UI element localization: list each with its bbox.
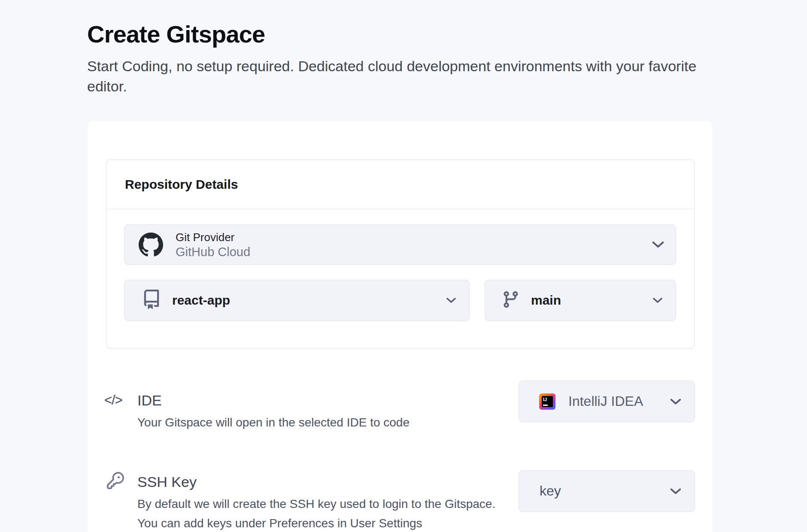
ide-label: IDE xyxy=(137,392,162,409)
repository-value: react-app xyxy=(172,293,230,308)
chevron-down-icon xyxy=(670,398,682,405)
git-provider-texts: Git Provider GitHub Cloud xyxy=(176,230,250,259)
ide-description: Your Gitspace will open in the selected … xyxy=(137,413,410,432)
key-icon xyxy=(107,472,124,491)
ssh-key-description-line1: By default we will create the SSH key us… xyxy=(137,494,495,514)
branch-value: main xyxy=(531,293,561,308)
chevron-down-icon xyxy=(446,297,456,303)
intellij-inner-square: IJ xyxy=(542,396,553,407)
ssh-key-label: SSH Key xyxy=(137,473,197,490)
intellij-idea-icon: IJ xyxy=(539,393,555,410)
git-provider-select[interactable]: Git Provider GitHub Cloud xyxy=(124,224,676,265)
ide-value: IntelliJ IDEA xyxy=(568,393,643,409)
ssh-key-value: key xyxy=(540,483,561,499)
chevron-down-icon xyxy=(670,488,682,495)
ssh-key-description-line2: You can add keys under Preferences in Us… xyxy=(137,514,495,532)
create-gitspace-page: Create Gitspace Start Coding, no setup r… xyxy=(0,0,807,532)
repo-book-icon xyxy=(142,290,161,311)
repository-select[interactable]: react-app xyxy=(124,280,470,321)
ide-select[interactable]: IJ IntelliJ IDEA xyxy=(519,381,695,422)
chevron-down-icon xyxy=(652,297,663,303)
branch-select[interactable]: main xyxy=(485,280,676,321)
ssh-key-select[interactable]: key xyxy=(519,470,695,512)
page-title: Create Gitspace xyxy=(87,20,265,48)
repository-details-header: Repository Details xyxy=(106,160,694,209)
git-branch-icon xyxy=(501,290,520,311)
page-subtitle-line2: editor. xyxy=(87,76,722,97)
git-provider-value: GitHub Cloud xyxy=(176,245,250,259)
ssh-key-description: By default we will create the SSH key us… xyxy=(137,494,495,532)
page-subtitle-line1: Start Coding, no setup required. Dedicat… xyxy=(87,56,722,76)
github-icon xyxy=(139,233,163,257)
intellij-logo-bar xyxy=(543,405,548,406)
git-provider-label: Git Provider xyxy=(176,230,250,244)
intellij-logo-text: IJ xyxy=(543,397,547,402)
code-icon: </> xyxy=(104,393,122,408)
chevron-down-icon xyxy=(652,241,664,248)
page-subtitle: Start Coding, no setup required. Dedicat… xyxy=(87,56,722,97)
